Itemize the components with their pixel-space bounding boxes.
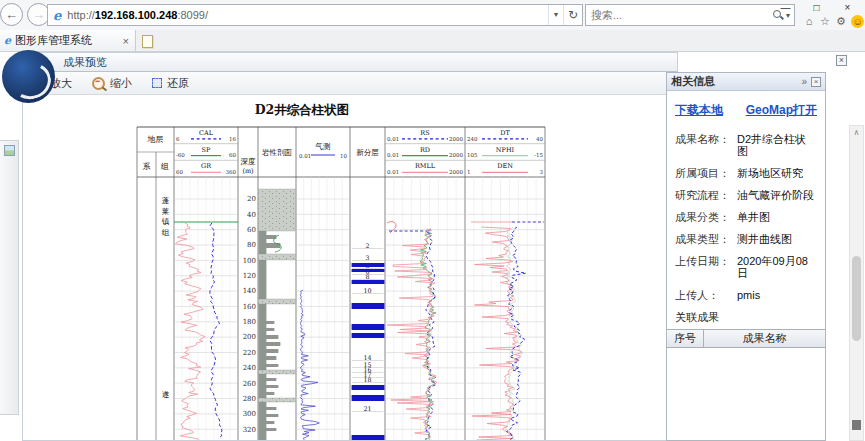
- svg-text:RMLL: RMLL: [415, 162, 436, 170]
- browser-tab-bar: e 图形库管理系统 ×: [0, 30, 865, 52]
- svg-text:新分层: 新分层: [356, 148, 379, 157]
- svg-text:0.01: 0.01: [387, 152, 399, 158]
- address-bar[interactable]: e http://192.168.100.248:8099/ ▾ ↻: [47, 4, 583, 26]
- strip-close-icon[interactable]: ×: [836, 55, 847, 66]
- zoom-out-label: 缩小: [110, 76, 132, 91]
- svg-text:1: 1: [467, 169, 471, 175]
- settings-gear-icon[interactable]: ⚙: [833, 13, 849, 29]
- back-button[interactable]: ←: [0, 3, 23, 26]
- field-label: 成果名称：: [675, 133, 737, 157]
- well-log-chart: D2井综合柱状图地层系组深度(m)岩性剖面新分层气测0.0110CAL616SP…: [23, 95, 677, 440]
- related-info-panel: 相关信息 » × 下载本地 GeoMap打开 成果名称：D2井综合柱状图 所属项…: [666, 72, 826, 441]
- field-label: 成果类型：: [675, 233, 737, 245]
- download-local-link[interactable]: 下载本地: [675, 102, 723, 119]
- svg-text:100: 100: [243, 257, 256, 265]
- field-row: 所属项目：新场地区研究: [675, 167, 817, 179]
- related-info-title: 相关信息: [671, 74, 715, 89]
- collapsed-sidebar[interactable]: [0, 140, 19, 415]
- svg-text:2: 2: [365, 242, 369, 249]
- page: 成果预览 × 放大 缩小 还原: [0, 52, 865, 441]
- field-row: 成果分类：单井图: [675, 211, 817, 223]
- field-label: 上传日期：: [675, 255, 737, 279]
- svg-text:60: 60: [176, 169, 183, 175]
- svg-text:莱: 莱: [162, 207, 170, 216]
- svg-text:60: 60: [229, 152, 236, 158]
- search-input[interactable]: [586, 9, 770, 21]
- home-icon[interactable]: ⌂: [801, 13, 817, 29]
- svg-text:2000: 2000: [449, 136, 463, 142]
- app-logo: [2, 50, 55, 103]
- svg-text:21: 21: [363, 405, 371, 412]
- svg-text:40: 40: [536, 136, 543, 142]
- browser-chrome: ← → e http://192.168.100.248:8099/ ▾ ↻ ▾…: [0, 0, 865, 31]
- svg-text:组: 组: [162, 228, 170, 237]
- browser-tab-active[interactable]: e 图形库管理系统 ×: [0, 30, 136, 51]
- field-row: 成果名称：D2井综合柱状图: [675, 133, 817, 157]
- svg-text:2000: 2000: [449, 152, 463, 158]
- svg-text:16: 16: [229, 136, 236, 142]
- image-mini-icon: [4, 145, 15, 156]
- svg-text:NPHI: NPHI: [496, 146, 515, 154]
- svg-text:遂: 遂: [162, 390, 170, 399]
- svg-text:(m): (m): [242, 167, 254, 175]
- zoom-out-icon: [92, 77, 105, 90]
- right-scrollbar[interactable]: ∧: [849, 125, 864, 441]
- new-tab-button[interactable]: [139, 33, 156, 49]
- svg-text:3: 3: [365, 254, 369, 261]
- scrollbar-thumb[interactable]: [852, 256, 861, 341]
- scroll-up-icon[interactable]: ∧: [850, 126, 863, 140]
- svg-text:蓬: 蓬: [162, 196, 170, 205]
- related-info-header: 相关信息 » ×: [667, 73, 825, 91]
- field-value: 2020年09月08日: [737, 255, 817, 279]
- svg-text:组: 组: [160, 162, 169, 171]
- feedback-smiley-icon[interactable]: ☺: [851, 15, 864, 28]
- field-row: 成果类型：测井曲线图: [675, 233, 817, 245]
- svg-text:14: 14: [363, 354, 371, 361]
- related-results-label: 关联成果: [675, 311, 817, 323]
- preview-toolbar: 放大 缩小 还原: [23, 72, 677, 95]
- svg-text:140: 140: [243, 287, 256, 295]
- ie-favicon: e: [4, 34, 11, 47]
- panel-close-icon[interactable]: ×: [811, 77, 821, 87]
- favorites-star-icon[interactable]: ☆: [817, 13, 833, 29]
- svg-text:105: 105: [467, 152, 478, 158]
- url-text: http://192.168.100.248:8099/: [67, 9, 548, 21]
- address-dropdown-icon[interactable]: ▾: [548, 5, 563, 25]
- svg-text:RS: RS: [420, 129, 429, 137]
- svg-text:3: 3: [540, 169, 544, 175]
- preview-panel: 放大 缩小 还原 D2井综合柱状图地层系组深度(m)岩性剖面新分层气测0.011…: [22, 72, 678, 441]
- reset-view-icon: [152, 78, 162, 88]
- svg-text:360: 360: [226, 169, 237, 175]
- refresh-icon[interactable]: ↻: [563, 5, 582, 25]
- svg-text:DT: DT: [500, 129, 510, 137]
- svg-text:深度: 深度: [241, 157, 257, 166]
- browser-action-icons: ⌂ ☆ ⚙ ☺: [801, 13, 864, 29]
- svg-text:10: 10: [340, 153, 347, 159]
- new-tab-icon: [142, 35, 153, 48]
- svg-text:系: 系: [143, 162, 151, 171]
- minimize-button[interactable]: —: [770, 0, 801, 15]
- scrollbar-bottom-nub[interactable]: [852, 420, 861, 430]
- screen: ← → e http://192.168.100.248:8099/ ▾ ↻ ▾…: [0, 0, 865, 441]
- tab-preview[interactable]: 成果预览: [63, 56, 107, 68]
- field-label: 成果分类：: [675, 211, 737, 223]
- related-results-table-header: 序号 成果名称: [667, 329, 825, 348]
- svg-text:2000: 2000: [449, 169, 463, 175]
- tab-close-icon[interactable]: ×: [121, 35, 131, 47]
- svg-text:8: 8: [365, 273, 369, 280]
- collapse-panel-icon[interactable]: »: [801, 76, 807, 87]
- svg-text:320: 320: [243, 426, 256, 434]
- related-table-header-no: 序号: [667, 330, 704, 347]
- zoom-out-button[interactable]: 缩小: [92, 76, 132, 91]
- geomap-open-link[interactable]: GeoMap打开: [746, 102, 817, 119]
- search-box: ▾: [585, 4, 795, 26]
- svg-text:D2井综合柱状图: D2井综合柱状图: [255, 102, 350, 117]
- svg-text:260: 260: [243, 380, 256, 388]
- svg-text:0.01: 0.01: [387, 136, 399, 142]
- svg-text:200: 200: [243, 333, 256, 341]
- related-table-header-name: 成果名称: [704, 330, 825, 347]
- svg-text:18: 18: [363, 376, 371, 383]
- field-label: 上传人：: [675, 289, 737, 301]
- reset-view-button[interactable]: 还原: [152, 76, 189, 91]
- svg-text:220: 220: [243, 349, 256, 357]
